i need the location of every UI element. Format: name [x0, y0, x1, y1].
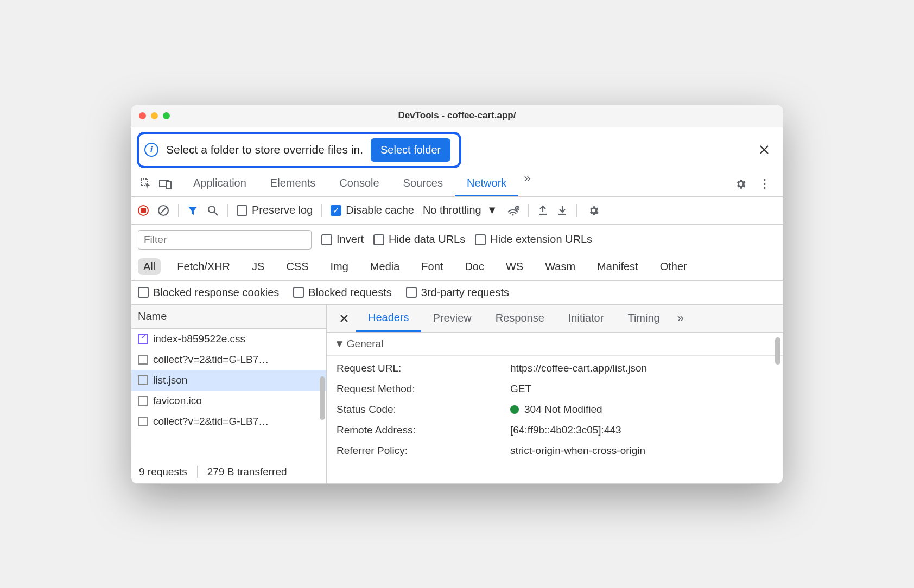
- override-infobar: i Select a folder to store override file…: [137, 132, 461, 168]
- type-fetch-xhr[interactable]: Fetch/XHR: [172, 258, 236, 275]
- select-folder-button[interactable]: Select folder: [371, 138, 450, 162]
- record-button[interactable]: [138, 205, 149, 216]
- scrollbar-thumb[interactable]: [775, 337, 780, 365]
- tab-console[interactable]: Console: [327, 171, 391, 196]
- checkbox-icon: [373, 234, 384, 245]
- network-conditions-icon[interactable]: [506, 205, 519, 216]
- divider: [528, 204, 529, 217]
- settings-icon[interactable]: [733, 176, 749, 192]
- tab-network[interactable]: Network: [455, 171, 518, 196]
- request-row[interactable]: index-b859522e.css: [131, 329, 326, 349]
- detail-tab-timing[interactable]: Timing: [615, 305, 671, 331]
- disable-cache-checkbox[interactable]: ✓ Disable cache: [331, 204, 414, 216]
- download-har-icon[interactable]: [557, 204, 568, 216]
- type-wasm[interactable]: Wasm: [539, 258, 581, 275]
- request-list: index-b859522e.css collect?v=2&tid=G-LB7…: [131, 329, 326, 461]
- kv-key: Request Method:: [337, 383, 510, 395]
- request-row[interactable]: favicon.ico: [131, 391, 326, 411]
- close-detail-button[interactable]: [332, 309, 356, 328]
- scrollbar-thumb[interactable]: [320, 376, 325, 420]
- name-column-header[interactable]: Name: [131, 305, 326, 329]
- more-detail-tabs-button[interactable]: »: [672, 311, 689, 325]
- preserve-log-checkbox[interactable]: Preserve log: [237, 204, 313, 216]
- kv-value: strict-origin-when-cross-origin: [510, 445, 645, 457]
- kv-key: Request URL:: [337, 362, 510, 374]
- kv-key: Status Code:: [337, 404, 510, 416]
- type-all[interactable]: All: [138, 258, 161, 275]
- kv-value: [64:ff9b::4b02:3c05]:443: [510, 424, 621, 436]
- type-css[interactable]: CSS: [281, 258, 314, 275]
- search-icon[interactable]: [207, 204, 219, 216]
- kebab-menu-icon[interactable]: ⋮: [754, 175, 775, 193]
- svg-point-7: [512, 214, 513, 215]
- status-dot-icon: [510, 405, 519, 414]
- kv-row: Remote Address: [64:ff9b::4b02:3c05]:443: [327, 420, 783, 440]
- filter-toggle-icon[interactable]: [187, 205, 198, 216]
- blocked-cookies-checkbox[interactable]: Blocked response cookies: [138, 286, 279, 299]
- invert-checkbox[interactable]: Invert: [321, 233, 364, 246]
- svg-rect-2: [167, 182, 171, 188]
- checkbox-icon: ✓: [331, 205, 341, 216]
- type-js[interactable]: JS: [246, 258, 270, 275]
- upload-har-icon[interactable]: [537, 204, 548, 216]
- type-filter-row: All Fetch/XHR JS CSS Img Media Font Doc …: [131, 255, 783, 281]
- dismiss-infobar-button[interactable]: [751, 141, 777, 158]
- tab-application[interactable]: Application: [181, 171, 258, 196]
- network-settings-icon[interactable]: [586, 202, 602, 219]
- blocked-requests-checkbox[interactable]: Blocked requests: [293, 286, 391, 299]
- checkbox-icon: [475, 234, 486, 245]
- override-infobar-wrap: i Select a folder to store override file…: [131, 127, 783, 168]
- kv-key: Referrer Policy:: [337, 445, 510, 457]
- type-font[interactable]: Font: [416, 258, 448, 275]
- svg-point-5: [208, 206, 215, 213]
- hide-data-urls-checkbox[interactable]: Hide data URLs: [373, 233, 465, 246]
- detail-tab-initiator[interactable]: Initiator: [556, 305, 616, 331]
- type-manifest[interactable]: Manifest: [592, 258, 644, 275]
- kv-key: Remote Address:: [337, 424, 510, 436]
- blocked-cookies-label: Blocked response cookies: [153, 286, 279, 299]
- override-infobar-text: Select a folder to store override files …: [166, 143, 363, 156]
- throttling-select[interactable]: No throttling ▼: [423, 204, 498, 216]
- tab-sources[interactable]: Sources: [391, 171, 455, 196]
- document-icon: [138, 417, 148, 426]
- hide-data-urls-label: Hide data URLs: [389, 233, 465, 246]
- disable-cache-label: Disable cache: [346, 204, 414, 216]
- split-pane: Name index-b859522e.css collect?v=2&tid=…: [131, 305, 783, 484]
- hide-extension-urls-checkbox[interactable]: Hide extension URLs: [475, 233, 592, 246]
- more-tabs-button[interactable]: »: [518, 171, 536, 196]
- type-media[interactable]: Media: [365, 258, 405, 275]
- third-party-checkbox[interactable]: 3rd-party requests: [406, 286, 509, 299]
- invert-label: Invert: [337, 233, 364, 246]
- request-row[interactable]: collect?v=2&tid=G-LB7…: [131, 411, 326, 432]
- main-tabs-row: Application Elements Console Sources Net…: [131, 168, 783, 197]
- type-ws[interactable]: WS: [500, 258, 529, 275]
- detail-tab-headers[interactable]: Headers: [356, 305, 421, 332]
- hide-extension-urls-label: Hide extension URLs: [490, 233, 592, 246]
- request-name: index-b859522e.css: [153, 333, 245, 345]
- tab-elements[interactable]: Elements: [258, 171, 327, 196]
- clear-button[interactable]: [157, 204, 169, 216]
- info-icon: i: [144, 143, 158, 157]
- preserve-log-label: Preserve log: [252, 204, 313, 216]
- type-img[interactable]: Img: [325, 258, 354, 275]
- window-title: DevTools - coffee-cart.app/: [131, 110, 783, 121]
- divider: [227, 204, 228, 217]
- request-list-pane: Name index-b859522e.css collect?v=2&tid=…: [131, 305, 327, 483]
- general-section-header[interactable]: ▼ General: [327, 333, 783, 356]
- inspect-element-icon[interactable]: [137, 175, 155, 193]
- svg-line-6: [214, 212, 218, 215]
- kv-row: Request URL: https://coffee-cart.app/lis…: [327, 358, 783, 379]
- device-toolbar-icon[interactable]: [156, 175, 175, 193]
- request-row[interactable]: collect?v=2&tid=G-LB7…: [131, 349, 326, 370]
- checkbox-icon: [406, 287, 417, 298]
- divider: [321, 204, 322, 217]
- detail-pane: Headers Preview Response Initiator Timin…: [327, 305, 783, 483]
- detail-tab-response[interactable]: Response: [484, 305, 556, 331]
- request-row[interactable]: list.json: [131, 370, 326, 391]
- type-doc[interactable]: Doc: [459, 258, 490, 275]
- kv-row: Referrer Policy: strict-origin-when-cros…: [327, 440, 783, 461]
- detail-tab-preview[interactable]: Preview: [421, 305, 484, 331]
- type-other[interactable]: Other: [655, 258, 693, 275]
- svg-line-4: [160, 207, 167, 214]
- filter-input[interactable]: [138, 230, 312, 250]
